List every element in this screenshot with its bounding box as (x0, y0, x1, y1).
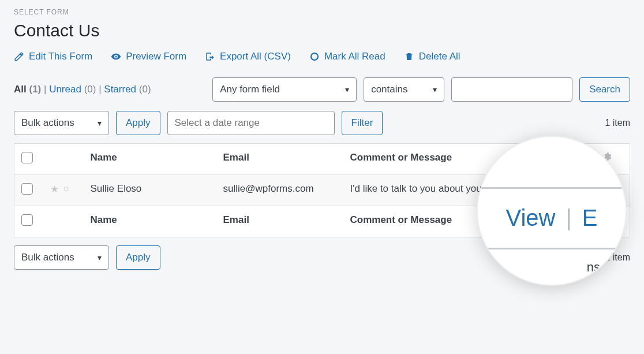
status-unread[interactable]: Unread (0) (49, 84, 96, 95)
apply-button[interactable]: Apply (116, 111, 160, 135)
svg-point-0 (311, 53, 318, 60)
apply-button-footer[interactable]: Apply (116, 245, 160, 270)
bulk-actions-select[interactable]: Bulk actions ▾ (14, 111, 109, 135)
export-all-link[interactable]: Export All (CSV) (205, 51, 291, 62)
zoom-callout: View | E ns (477, 136, 627, 278)
filter-row-status: All (1) | Unread (0) | Starred (0) Any f… (14, 77, 630, 102)
chevron-down-icon: ▾ (98, 118, 102, 128)
col-name[interactable]: Name (84, 144, 216, 175)
star-icon[interactable]: ★ (50, 183, 59, 195)
bulk-actions-value-footer: Bulk actions (21, 252, 74, 263)
select-all-checkbox-footer[interactable] (21, 214, 33, 226)
row-checkbox[interactable] (21, 183, 33, 195)
eye-icon (111, 51, 121, 62)
circle-icon (309, 51, 320, 62)
col-email-footer[interactable]: Email (216, 206, 343, 237)
zoom-partial-text: ns (587, 260, 600, 275)
zoom-separator: | (566, 205, 571, 231)
filter-row-bulk: Bulk actions ▾ Apply Filter 1 item (14, 111, 630, 135)
select-form-label[interactable]: SELECT FORM (14, 8, 630, 16)
zoom-view-link[interactable]: View (506, 205, 555, 231)
status-all[interactable]: All (1) (14, 84, 41, 95)
chevron-down-icon: ▾ (98, 253, 102, 262)
operator-select[interactable]: contains ▾ (364, 77, 444, 102)
bulk-actions-value: Bulk actions (21, 117, 74, 129)
form-actions: Edit This Form Preview Form Export All (… (14, 51, 630, 62)
select-all-checkbox[interactable] (21, 152, 33, 163)
bulk-actions-select-footer[interactable]: Bulk actions ▾ (14, 245, 109, 270)
export-icon (205, 51, 215, 62)
row-name: Sullie Eloso (84, 175, 216, 206)
mark-all-read-label: Mark All Read (324, 51, 385, 62)
export-all-label: Export All (CSV) (220, 51, 291, 62)
pencil-icon (14, 51, 24, 62)
mark-all-read-link[interactable]: Mark All Read (309, 51, 385, 62)
zoom-edit-link[interactable]: E (582, 205, 598, 231)
edit-form-label: Edit This Form (29, 51, 92, 62)
search-button[interactable]: Search (579, 77, 630, 102)
status-filters: All (1) | Unread (0) | Starred (0) (14, 84, 151, 95)
status-starred[interactable]: Starred (0) (104, 84, 151, 95)
col-name-footer[interactable]: Name (84, 206, 216, 237)
read-indicator-icon[interactable]: ○ (63, 183, 69, 195)
col-email[interactable]: Email (216, 144, 343, 175)
delete-all-label: Delete All (419, 51, 460, 62)
edit-form-link[interactable]: Edit This Form (14, 51, 92, 62)
chevron-down-icon: ▾ (433, 85, 437, 94)
field-filter-select[interactable]: Any form field ▾ (212, 77, 357, 102)
search-input[interactable] (451, 77, 572, 102)
filter-button[interactable]: Filter (342, 111, 383, 135)
chevron-down-icon: ▾ (345, 85, 349, 94)
field-filter-value: Any form field (220, 84, 280, 95)
row-email: sullie@wpforms.com (216, 175, 343, 206)
preview-form-label: Preview Form (126, 51, 186, 62)
trash-icon (404, 51, 414, 62)
date-range-input[interactable] (167, 111, 335, 135)
preview-form-link[interactable]: Preview Form (111, 51, 186, 62)
item-count-top: 1 item (605, 118, 630, 128)
page-title: Contact Us (14, 21, 630, 40)
delete-all-link[interactable]: Delete All (404, 51, 460, 62)
operator-value: contains (371, 84, 407, 95)
